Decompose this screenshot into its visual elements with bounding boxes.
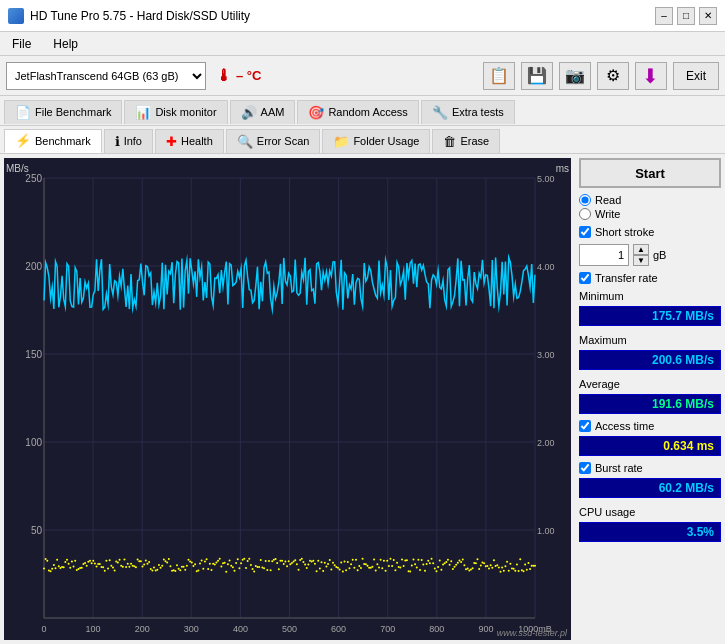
burst-rate-value: 60.2 MB/s	[579, 478, 721, 498]
burst-rate-checkbox-label[interactable]: Burst rate	[579, 462, 721, 474]
tab-extra-tests-label: Extra tests	[452, 106, 504, 118]
tab-health-label: Health	[181, 135, 213, 147]
average-label: Average	[579, 378, 721, 390]
tab-folder-usage[interactable]: 📁 Folder Usage	[322, 129, 430, 153]
read-write-group: Read Write	[579, 192, 721, 222]
benchmark-icon: ⚡	[15, 133, 31, 148]
thermometer-icon: 🌡	[216, 67, 232, 85]
short-stroke-label: Short stroke	[595, 226, 654, 238]
toolbar: JetFlashTranscend 64GB (63 gB) 🌡 – °C 📋 …	[0, 56, 725, 96]
file-benchmark-icon: 📄	[15, 105, 31, 120]
tab-info-label: Info	[124, 135, 142, 147]
tab-aam-label: AAM	[261, 106, 285, 118]
main-content: MB/s ms www.ssd-tester.pl Start Read Wri…	[0, 154, 725, 644]
stroke-input[interactable]	[579, 244, 629, 266]
tabs-row2: ⚡ Benchmark ℹ Info ✚ Health 🔍 Error Scan…	[0, 126, 725, 154]
tab-disk-monitor-label: Disk monitor	[155, 106, 216, 118]
short-stroke-checkbox[interactable]	[579, 226, 591, 238]
maximum-label: Maximum	[579, 334, 721, 346]
title-bar-left: HD Tune Pro 5.75 - Hard Disk/SSD Utility	[8, 8, 250, 24]
write-radio[interactable]	[579, 208, 591, 220]
tab-aam[interactable]: 🔊 AAM	[230, 100, 296, 124]
tab-benchmark-label: Benchmark	[35, 135, 91, 147]
access-time-label: Access time	[595, 420, 654, 432]
error-scan-icon: 🔍	[237, 134, 253, 149]
app-icon	[8, 8, 24, 24]
cpu-usage-value: 3.5%	[579, 522, 721, 542]
close-button[interactable]: ✕	[699, 7, 717, 25]
stroke-stepper: ▲ ▼	[633, 244, 649, 266]
temp-value: – °C	[236, 68, 261, 83]
tab-info[interactable]: ℹ Info	[104, 129, 153, 153]
minimum-value: 175.7 MB/s	[579, 306, 721, 326]
disk-monitor-icon: 📊	[135, 105, 151, 120]
random-access-icon: 🎯	[308, 105, 324, 120]
stroke-down-button[interactable]: ▼	[633, 255, 649, 266]
transfer-rate-checkbox-label[interactable]: Transfer rate	[579, 272, 721, 284]
read-label: Read	[595, 194, 621, 206]
watermark: www.ssd-tester.pl	[497, 628, 567, 638]
tabs-row1: 📄 File Benchmark 📊 Disk monitor 🔊 AAM 🎯 …	[0, 96, 725, 126]
disk-select[interactable]: JetFlashTranscend 64GB (63 gB)	[6, 62, 206, 90]
transfer-rate-label: Transfer rate	[595, 272, 658, 284]
window-title: HD Tune Pro 5.75 - Hard Disk/SSD Utility	[30, 9, 250, 23]
toolbar-btn-3[interactable]: 📷	[559, 62, 591, 90]
tab-file-benchmark[interactable]: 📄 File Benchmark	[4, 100, 122, 124]
access-time-value: 0.634 ms	[579, 436, 721, 456]
exit-button[interactable]: Exit	[673, 62, 719, 90]
right-panel: Start Read Write Short stroke ▲ ▼ gB	[575, 154, 725, 644]
folder-usage-icon: 📁	[333, 134, 349, 149]
temp-display: 🌡 – °C	[216, 67, 261, 85]
title-bar-controls: – □ ✕	[655, 7, 717, 25]
tab-health[interactable]: ✚ Health	[155, 129, 224, 153]
toolbar-btn-5[interactable]: ⬇	[635, 62, 667, 90]
burst-rate-checkbox[interactable]	[579, 462, 591, 474]
stroke-unit: gB	[653, 249, 666, 261]
transfer-rate-checkbox[interactable]	[579, 272, 591, 284]
benchmark-chart	[4, 158, 571, 640]
tab-disk-monitor[interactable]: 📊 Disk monitor	[124, 100, 227, 124]
access-time-checkbox-label[interactable]: Access time	[579, 420, 721, 432]
menu-bar: File Help	[0, 32, 725, 56]
maximum-value: 200.6 MB/s	[579, 350, 721, 370]
start-button[interactable]: Start	[579, 158, 721, 188]
erase-icon: 🗑	[443, 134, 456, 149]
short-stroke-checkbox-label[interactable]: Short stroke	[579, 226, 721, 238]
info-icon: ℹ	[115, 134, 120, 149]
stroke-row: ▲ ▼ gB	[579, 242, 721, 268]
tab-extra-tests[interactable]: 🔧 Extra tests	[421, 100, 515, 124]
title-bar: HD Tune Pro 5.75 - Hard Disk/SSD Utility…	[0, 0, 725, 32]
tab-file-benchmark-label: File Benchmark	[35, 106, 111, 118]
write-label: Write	[595, 208, 620, 220]
tab-erase-label: Erase	[460, 135, 489, 147]
tab-benchmark[interactable]: ⚡ Benchmark	[4, 129, 102, 153]
toolbar-btn-2[interactable]: 💾	[521, 62, 553, 90]
toolbar-btn-4[interactable]: ⚙	[597, 62, 629, 90]
aam-icon: 🔊	[241, 105, 257, 120]
minimum-label: Minimum	[579, 290, 721, 302]
toolbar-btn-1[interactable]: 📋	[483, 62, 515, 90]
tab-random-access-label: Random Access	[328, 106, 407, 118]
burst-rate-label: Burst rate	[595, 462, 643, 474]
stroke-up-button[interactable]: ▲	[633, 244, 649, 255]
minimize-button[interactable]: –	[655, 7, 673, 25]
read-radio-label[interactable]: Read	[579, 194, 721, 206]
access-time-checkbox[interactable]	[579, 420, 591, 432]
average-value: 191.6 MB/s	[579, 394, 721, 414]
extra-tests-icon: 🔧	[432, 105, 448, 120]
maximize-button[interactable]: □	[677, 7, 695, 25]
cpu-usage-label: CPU usage	[579, 506, 721, 518]
menu-help[interactable]: Help	[47, 35, 84, 53]
health-icon: ✚	[166, 134, 177, 149]
tab-folder-usage-label: Folder Usage	[353, 135, 419, 147]
tab-erase[interactable]: 🗑 Erase	[432, 129, 500, 153]
tab-random-access[interactable]: 🎯 Random Access	[297, 100, 418, 124]
tab-error-scan[interactable]: 🔍 Error Scan	[226, 129, 321, 153]
write-radio-label[interactable]: Write	[579, 208, 721, 220]
read-radio[interactable]	[579, 194, 591, 206]
menu-file[interactable]: File	[6, 35, 37, 53]
tab-error-scan-label: Error Scan	[257, 135, 310, 147]
chart-container: MB/s ms www.ssd-tester.pl	[4, 158, 571, 640]
